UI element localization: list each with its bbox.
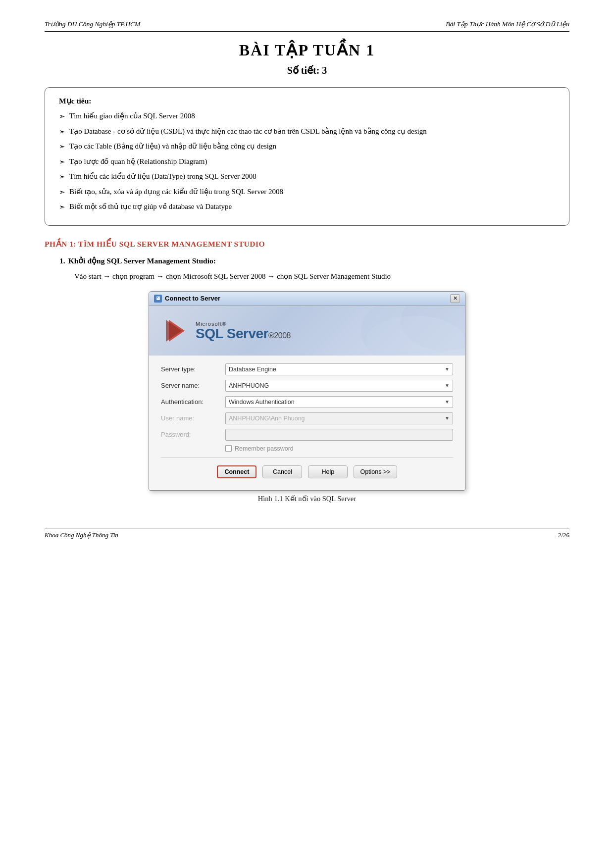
list-item: ➣Tạo Database - cơ sở dữ liệu (CSDL) và …: [59, 126, 555, 138]
dialog-body: Server type: Database Engine ▼ Server na…: [149, 356, 465, 490]
server-type-dropdown[interactable]: Database Engine ▼: [225, 363, 453, 375]
user-name-row: User name: ANHPHUONG\Anh Phuong ▼: [161, 412, 453, 424]
list-item: ➣Tìm hiểu giao diện của SQL Server 2008: [59, 110, 555, 122]
remember-password-checkbox[interactable]: [225, 445, 232, 452]
subsection1-title: 1.Khởi động SQL Server Management Studio…: [59, 256, 569, 265]
subsection-num: 1.: [59, 256, 65, 265]
server-type-row: Server type: Database Engine ▼: [161, 363, 453, 375]
sql-server-label: SQL Server®2008: [196, 327, 291, 341]
footer-right: 2/26: [558, 531, 569, 539]
user-name-input: ANHPHUONG\Anh Phuong ▼: [225, 412, 453, 424]
bullet-icon: ➣: [59, 111, 65, 122]
dialog-wrapper: 🖥 Connect to Server ✕: [45, 291, 569, 513]
server-type-label: Server type:: [161, 365, 225, 373]
list-item: ➣Tạo các Table (Bảng dữ liệu) và nhập dữ…: [59, 141, 555, 153]
help-button[interactable]: Help: [308, 465, 348, 478]
dialog-buttons: Connect Cancel Help Options >>: [161, 463, 453, 485]
cancel-button[interactable]: Cancel: [262, 465, 302, 478]
bullet-icon: ➣: [59, 202, 65, 213]
server-name-row: Server name: ANHPHUONG ▼: [161, 380, 453, 392]
bullet-icon: ➣: [59, 171, 65, 183]
server-name-dropdown[interactable]: ANHPHUONG ▼: [225, 380, 453, 392]
sql-year-label: ®2008: [268, 331, 291, 340]
banner-decoration: [326, 306, 465, 356]
authentication-dropdown[interactable]: Windows Authentication ▼: [225, 396, 453, 408]
authentication-row: Authentication: Windows Authentication ▼: [161, 396, 453, 408]
svg-marker-4: [166, 320, 182, 342]
dialog-title: Connect to Server: [165, 295, 220, 302]
list-item: ➣Biết tạo, sửa, xóa và áp dụng các kiểu …: [59, 186, 555, 198]
authentication-label: Authentication:: [161, 398, 225, 406]
muc-tieu-list: ➣Tìm hiểu giao diện của SQL Server 2008 …: [59, 110, 555, 213]
subsection1-para: Vào start → chọn program → chọn Microsof…: [74, 270, 569, 282]
bullet-icon: ➣: [59, 187, 65, 198]
bullet-icon: ➣: [59, 156, 65, 168]
footer-left: Khoa Công Nghệ Thông Tin: [45, 531, 118, 539]
dialog-titlebar-left: 🖥 Connect to Server: [154, 295, 220, 303]
dialog-banner: Microsoft® SQL Server®2008: [149, 306, 465, 356]
remember-password-label: Remember password: [235, 445, 294, 452]
dropdown-arrow-icon: ▼: [445, 383, 450, 388]
dialog-titlebar: 🖥 Connect to Server ✕: [149, 292, 465, 306]
sql-server-logo: Microsoft® SQL Server®2008: [164, 318, 291, 344]
password-label: Password:: [161, 431, 225, 438]
options-button[interactable]: Options >>: [354, 465, 397, 478]
fig-caption: Hình 1.1 Kết nối vào SQL Server: [258, 495, 356, 503]
list-item: ➣Biết một số thủ tục trợ giúp về databas…: [59, 201, 555, 213]
close-button[interactable]: ✕: [450, 294, 460, 303]
dropdown-arrow-icon: ▼: [445, 366, 450, 372]
header-bar: Trường ĐH Công Nghiệp TP.HCM Bài Tập Thự…: [45, 20, 569, 32]
server-name-label: Server name:: [161, 382, 225, 389]
list-item: ➣Tìm hiểu các kiểu dữ liệu (DataType) tr…: [59, 171, 555, 183]
password-input: [225, 429, 453, 441]
header-right: Bài Tập Thực Hành Môn Hệ Cơ Sở Dữ Liệu: [446, 20, 569, 28]
main-title: BÀI TẬP TUẦN 1: [45, 41, 569, 59]
muc-tieu-box: Mục tiêu: ➣Tìm hiểu giao diện của SQL Se…: [45, 87, 569, 226]
dropdown-arrow-icon: ▼: [445, 399, 450, 405]
dialog-icon: 🖥: [154, 295, 162, 303]
dialog-divider: [161, 457, 453, 458]
connect-to-server-dialog: 🖥 Connect to Server ✕: [149, 291, 465, 491]
muc-tieu-title: Mục tiêu:: [59, 97, 555, 105]
footer-bar: Khoa Công Nghệ Thông Tin 2/26: [45, 528, 569, 539]
list-item: ➣Tạo lược đồ quan hệ (Relationship Diagr…: [59, 156, 555, 168]
subtitle: Số tiết: 3: [45, 64, 569, 76]
page: Trường ĐH Công Nghiệp TP.HCM Bài Tập Thự…: [0, 0, 614, 868]
dropdown-arrow-icon: ▼: [445, 415, 450, 421]
section1-title: PHẦN 1: TÌM HIỂU SQL SERVER MANAGEMENT S…: [45, 240, 569, 249]
user-name-label: User name:: [161, 414, 225, 422]
password-row: Password:: [161, 429, 453, 441]
bullet-icon: ➣: [59, 126, 65, 138]
connect-button[interactable]: Connect: [217, 465, 256, 478]
sql-logo-arrow-icon: [164, 318, 190, 344]
remember-password-row: Remember password: [225, 445, 453, 452]
header-left: Trường ĐH Công Nghiệp TP.HCM: [45, 20, 140, 28]
sql-server-brand: Microsoft® SQL Server®2008: [196, 321, 291, 341]
bullet-icon: ➣: [59, 141, 65, 153]
